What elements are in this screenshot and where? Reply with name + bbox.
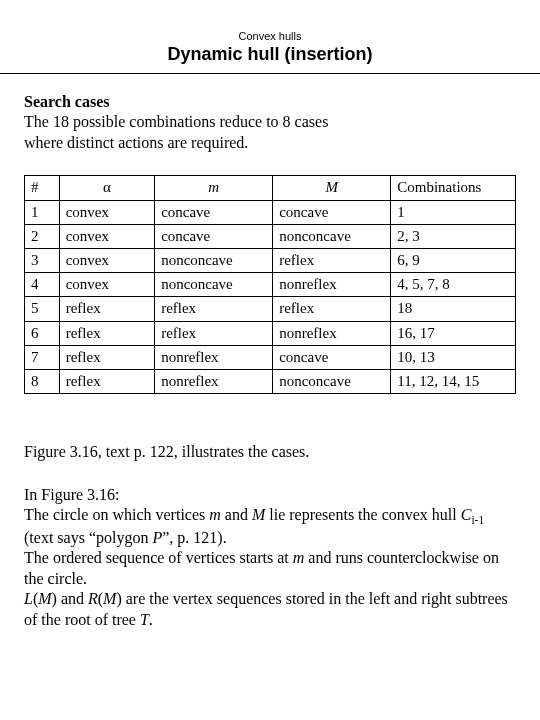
exp-text: The ordered sequence of vertices starts … (24, 549, 293, 566)
exp-text: . (149, 611, 153, 628)
cell-comb: 4, 5, 7, 8 (391, 273, 516, 297)
cell-num: 2 (25, 224, 60, 248)
var-c: C (461, 506, 472, 523)
exp-text: lie represents the convex hull (265, 506, 461, 523)
cell-m: nonreflex (155, 369, 273, 393)
explanation-block: In Figure 3.16: The circle on which vert… (24, 485, 516, 631)
cell-m: nonconcave (155, 248, 273, 272)
cell-comb: 16, 17 (391, 321, 516, 345)
intro-block: Search cases The 18 possible combination… (24, 92, 516, 153)
cell-alpha: reflex (59, 369, 154, 393)
exp-text: ”, p. 121). (162, 529, 226, 546)
slide-page: Convex hulls Dynamic hull (insertion) Se… (0, 0, 540, 720)
cell-mm: concave (273, 200, 391, 224)
cell-num: 4 (25, 273, 60, 297)
cases-table: # α m M Combinations 1 convex concave co… (24, 175, 516, 394)
var-c-sub: i-1 (471, 514, 484, 526)
cell-m: nonconcave (155, 273, 273, 297)
cell-mm: reflex (273, 248, 391, 272)
table-row: 1 convex concave concave 1 (25, 200, 516, 224)
cell-alpha: convex (59, 224, 154, 248)
var-t: T (140, 611, 149, 628)
cell-mm: reflex (273, 297, 391, 321)
var-r: R (88, 590, 98, 607)
var-mm: M (38, 590, 51, 607)
intro-heading: Search cases (24, 93, 109, 110)
var-mm: M (252, 506, 265, 523)
intro-line-1: The 18 possible combinations reduce to 8… (24, 113, 328, 130)
exp-text: (text says “polygon (24, 529, 152, 546)
var-m: m (209, 506, 221, 523)
cell-num: 1 (25, 200, 60, 224)
table-row: 5 reflex reflex reflex 18 (25, 297, 516, 321)
table-row: 2 convex concave nonconcave 2, 3 (25, 224, 516, 248)
cell-alpha: reflex (59, 297, 154, 321)
cell-num: 6 (25, 321, 60, 345)
table-header-row: # α m M Combinations (25, 176, 516, 200)
col-header-comb: Combinations (391, 176, 516, 200)
cell-m: concave (155, 200, 273, 224)
cell-num: 3 (25, 248, 60, 272)
cell-mm: nonconcave (273, 369, 391, 393)
cell-mm: nonreflex (273, 273, 391, 297)
cell-mm: concave (273, 345, 391, 369)
content-area: Search cases The 18 possible combination… (0, 74, 540, 630)
cell-mm: nonconcave (273, 224, 391, 248)
cell-comb: 1 (391, 200, 516, 224)
cell-alpha: convex (59, 200, 154, 224)
topic-label: Convex hulls (0, 0, 540, 42)
exp-text: and (221, 506, 252, 523)
cell-comb: 6, 9 (391, 248, 516, 272)
var-l: L (24, 590, 33, 607)
cell-num: 8 (25, 369, 60, 393)
cell-m: reflex (155, 321, 273, 345)
cell-mm: nonreflex (273, 321, 391, 345)
cell-alpha: reflex (59, 321, 154, 345)
cell-alpha: convex (59, 273, 154, 297)
table-body: 1 convex concave concave 1 2 convex conc… (25, 200, 516, 394)
col-header-m: m (155, 176, 273, 200)
page-title: Dynamic hull (insertion) (0, 42, 540, 73)
table-row: 7 reflex nonreflex concave 10, 13 (25, 345, 516, 369)
col-header-num: # (25, 176, 60, 200)
col-header-alpha: α (59, 176, 154, 200)
table-row: 4 convex nonconcave nonreflex 4, 5, 7, 8 (25, 273, 516, 297)
cell-alpha: convex (59, 248, 154, 272)
cell-m: nonreflex (155, 345, 273, 369)
cell-m: concave (155, 224, 273, 248)
var-m: m (293, 549, 305, 566)
intro-line-2: where distinct actions are required. (24, 134, 248, 151)
exp-text: ) and (52, 590, 88, 607)
cell-comb: 2, 3 (391, 224, 516, 248)
figure-reference: Figure 3.16, text p. 122, illustrates th… (24, 442, 516, 462)
exp-lead: In Figure 3.16: (24, 486, 120, 503)
table-row: 6 reflex reflex nonreflex 16, 17 (25, 321, 516, 345)
cell-comb: 18 (391, 297, 516, 321)
cell-num: 5 (25, 297, 60, 321)
var-mm: M (103, 590, 116, 607)
cell-m: reflex (155, 297, 273, 321)
table-row: 8 reflex nonreflex nonconcave 11, 12, 14… (25, 369, 516, 393)
exp-text: The circle on which vertices (24, 506, 209, 523)
col-header-mm: M (273, 176, 391, 200)
table-row: 3 convex nonconcave reflex 6, 9 (25, 248, 516, 272)
cell-num: 7 (25, 345, 60, 369)
cell-alpha: reflex (59, 345, 154, 369)
var-p: P (152, 529, 162, 546)
cell-comb: 10, 13 (391, 345, 516, 369)
cell-comb: 11, 12, 14, 15 (391, 369, 516, 393)
